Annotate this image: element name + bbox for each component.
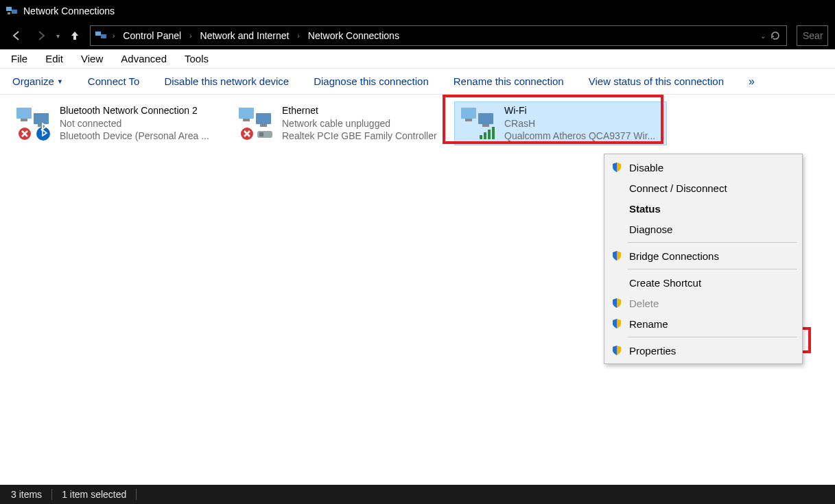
address-dropdown[interactable]: ⌄ — [760, 32, 766, 40]
ctx-bridge[interactable]: Bridge Connections — [606, 245, 801, 266]
svg-rect-6 — [21, 119, 27, 121]
adapter-item-ethernet[interactable]: Ethernet Network cable unplugged Realtek… — [232, 101, 445, 145]
shield-icon — [610, 160, 624, 174]
content-area: Bluetooth Network Connection 2 Not conne… — [0, 95, 835, 485]
svg-rect-3 — [95, 32, 101, 36]
status-selection: 1 item selected — [62, 489, 126, 500]
ctx-label: Connect / Disconnect — [629, 182, 727, 194]
organize-dropdown[interactable]: Organize▼ — [12, 75, 63, 87]
adapter-item-bluetooth[interactable]: Bluetooth Network Connection 2 Not conne… — [10, 101, 222, 145]
svg-rect-12 — [243, 119, 250, 121]
ctx-delete[interactable]: Delete — [606, 293, 801, 313]
chevron-right-icon: › — [188, 32, 193, 40]
adapter-icon — [459, 105, 497, 142]
ctx-create-shortcut[interactable]: Create Shortcut — [606, 272, 801, 293]
adapter-status: Network cable unplugged — [282, 117, 437, 130]
adapter-device: Bluetooth Device (Personal Area ... — [60, 130, 209, 143]
separator — [628, 269, 797, 269]
adapter-device: Realtek PCIe GBE Family Controller — [282, 130, 437, 143]
adapter-item-wifi[interactable]: Wi-Fi CRasH Qualcomm Atheros QCA9377 Wir… — [454, 101, 667, 145]
breadcrumb-item[interactable]: Network and Internet — [198, 29, 292, 43]
adapter-status: Not connected — [60, 117, 209, 130]
recent-locations-dropdown[interactable]: ▾ — [56, 32, 60, 40]
svg-rect-25 — [492, 127, 495, 139]
command-bar: Organize▼ Connect To Disable this networ… — [0, 69, 835, 95]
address-row: ▾ › Control Panel › Network and Internet… — [0, 22, 835, 49]
ctx-label: Properties — [629, 345, 676, 357]
svg-rect-24 — [488, 130, 491, 139]
separator — [628, 337, 797, 337]
cmd-overflow[interactable]: » — [749, 75, 755, 88]
shield-icon — [610, 249, 624, 263]
cmd-connect-to[interactable]: Connect To — [88, 75, 140, 87]
separator — [628, 242, 797, 243]
ctx-label: Disable — [629, 162, 663, 173]
svg-rect-5 — [16, 108, 32, 119]
ctx-properties[interactable]: Properties — [606, 340, 801, 361]
svg-rect-21 — [482, 124, 489, 127]
nav-back-button[interactable] — [7, 26, 26, 45]
chevron-right-icon: › — [296, 32, 301, 40]
ctx-label: Status — [629, 203, 661, 215]
breadcrumb-item[interactable]: Network Connections — [305, 29, 402, 43]
status-bar: 3 items 1 item selected — [0, 485, 835, 504]
separator — [136, 489, 137, 500]
ctx-label: Bridge Connections — [629, 250, 719, 262]
menu-advanced[interactable]: Advanced — [118, 51, 169, 66]
svg-rect-18 — [461, 108, 476, 119]
svg-rect-11 — [239, 108, 254, 119]
shield-icon — [610, 344, 624, 357]
address-bar[interactable]: › Control Panel › Network and Internet ›… — [90, 25, 787, 46]
adapter-list: Bluetooth Network Connection 2 Not conne… — [10, 101, 825, 145]
svg-rect-22 — [480, 135, 482, 139]
cmd-view-status[interactable]: View status of this connection — [589, 75, 724, 87]
ctx-connect[interactable]: Connect / Disconnect — [606, 178, 801, 198]
nav-forward-button[interactable] — [32, 26, 51, 45]
adapter-icon — [14, 105, 53, 142]
refresh-button[interactable] — [768, 29, 782, 43]
cmd-rename[interactable]: Rename this connection — [454, 75, 564, 87]
menu-tools[interactable]: Tools — [182, 51, 211, 66]
adapter-name: Bluetooth Network Connection 2 — [60, 104, 209, 117]
search-input[interactable]: Sear — [797, 25, 828, 46]
svg-rect-7 — [34, 113, 49, 124]
adapter-name: Ethernet — [282, 104, 437, 117]
svg-rect-17 — [259, 132, 263, 136]
nav-up-button[interactable] — [65, 26, 84, 45]
ctx-label: Diagnose — [629, 224, 672, 235]
adapter-status: CRasH — [504, 117, 655, 130]
ctx-status[interactable]: Status — [606, 198, 801, 219]
address-icon — [95, 29, 107, 42]
app-icon — [5, 5, 18, 17]
svg-rect-1 — [12, 10, 17, 14]
svg-rect-20 — [478, 113, 493, 124]
svg-rect-19 — [465, 119, 472, 121]
ctx-label: Rename — [629, 318, 668, 330]
menu-bar: File Edit View Advanced Tools — [0, 49, 835, 69]
shield-icon — [610, 296, 624, 310]
cmd-disable-device[interactable]: Disable this network device — [164, 75, 289, 87]
ctx-disable[interactable]: Disable — [606, 157, 801, 178]
window-title: Network Connections — [23, 5, 115, 16]
status-item-count: 3 items — [11, 489, 42, 500]
ctx-label: Create Shortcut — [629, 277, 701, 289]
svg-rect-23 — [484, 132, 486, 139]
shield-icon — [610, 317, 624, 331]
svg-rect-4 — [101, 34, 106, 38]
menu-edit[interactable]: Edit — [43, 51, 66, 66]
ctx-diagnose[interactable]: Diagnose — [606, 219, 801, 239]
breadcrumb-item[interactable]: Control Panel — [120, 29, 184, 43]
menu-file[interactable]: File — [8, 51, 30, 66]
separator — [51, 489, 52, 500]
ctx-label: Delete — [629, 298, 659, 309]
adapter-icon — [237, 105, 275, 142]
menu-view[interactable]: View — [78, 51, 106, 66]
cmd-diagnose[interactable]: Diagnose this connection — [314, 75, 429, 87]
search-placeholder: Sear — [803, 30, 823, 41]
adapter-device: Qualcomm Atheros QCA9377 Wir... — [504, 130, 655, 143]
chevron-right-icon: › — [111, 32, 116, 40]
ctx-rename[interactable]: Rename — [606, 313, 801, 334]
window-titlebar: Network Connections — [0, 0, 835, 22]
svg-rect-14 — [260, 124, 267, 127]
context-menu: Disable Connect / Disconnect Status Diag… — [604, 154, 803, 364]
